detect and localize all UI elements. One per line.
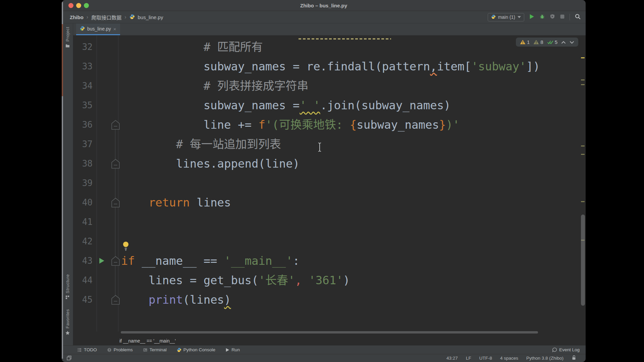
warning-stripe-mark[interactable] [581, 57, 585, 58]
sidebar-item-structure[interactable]: Structure [62, 274, 73, 300]
toolwindow-run[interactable]: Run [225, 347, 240, 352]
debug-button[interactable] [539, 14, 545, 21]
line-number[interactable]: 34 [73, 81, 97, 91]
gutter-annotation[interactable] [97, 257, 107, 264]
caret-position[interactable]: 43:27 [446, 356, 458, 361]
code-line-39[interactable]: 39 [73, 173, 580, 193]
indent-setting[interactable]: 4 spaces [500, 356, 518, 361]
line-number[interactable]: 42 [73, 236, 97, 246]
code-line-45[interactable]: 45 print(lines) [73, 290, 580, 309]
code-line-34[interactable]: 34 # 列表拼接成字符串 [73, 76, 580, 96]
breadcrumb-file[interactable]: bus_line.py [138, 14, 163, 20]
breadcrumb: Zhibo › 爬取接口数据 › bus_line.py [62, 14, 163, 21]
code-line-33[interactable]: 33 subway_names = re.findall(pattern,ite… [73, 57, 580, 76]
file-encoding[interactable]: UTF-8 [479, 356, 492, 361]
editor-lines: 32 # 匹配所有33 subway_names = re.findall(pa… [73, 37, 580, 309]
gutter-fold-zone [107, 173, 118, 193]
line-number[interactable]: 36 [73, 120, 97, 130]
python-logo-icon [491, 14, 496, 20]
line-number[interactable]: 41 [73, 217, 97, 227]
warning-stripe-mark[interactable] [581, 84, 585, 85]
minimize-window-button[interactable] [76, 3, 81, 8]
line-number[interactable]: 43 [73, 256, 97, 266]
tab-close-icon[interactable]: × [113, 26, 116, 32]
status-bar: 43:27 LF UTF-8 4 spaces Python 3.8 (Zhib… [62, 354, 586, 362]
ok-indicator[interactable]: 5 [547, 39, 557, 45]
python-file-icon [80, 26, 85, 32]
sidebar-item-favorites[interactable]: Favorites [62, 309, 73, 337]
interpreter[interactable]: Python 3.8 (Zhibo) [526, 356, 564, 361]
weak-warning-triangle-icon [533, 40, 539, 45]
line-number[interactable]: 33 [73, 61, 97, 71]
line-number[interactable]: 38 [73, 159, 97, 169]
previous-problem-chevron-icon[interactable] [561, 39, 566, 45]
code-text: if __name__ == '__main__': [118, 251, 300, 270]
search-everywhere-icon[interactable] [575, 13, 581, 21]
code-line-37[interactable]: 37 # 每一站追加到列表 [73, 134, 580, 154]
code-line-44[interactable]: 44 lines = get_bus('长春', '361') [73, 270, 580, 290]
code-line-41[interactable]: 41 [73, 212, 580, 232]
warning-stripe-mark[interactable] [581, 145, 585, 146]
toolwindow-problems[interactable]: Problems [107, 347, 133, 352]
folder-icon [65, 44, 70, 49]
event-log-button[interactable]: Event Log [552, 347, 580, 352]
warning-stripe-mark[interactable] [581, 79, 585, 80]
code-line-42[interactable]: 42 [73, 232, 580, 251]
vertical-scrollbar[interactable] [581, 215, 585, 306]
breadcrumb-folder[interactable]: 爬取接口数据 [91, 14, 121, 21]
code-line-38[interactable]: 38 lines.append(line) [73, 154, 580, 173]
toolwindow-terminal[interactable]: Terminal [143, 347, 167, 352]
line-number[interactable]: 39 [73, 178, 97, 188]
line-number[interactable]: 45 [73, 295, 97, 305]
code-line-40[interactable]: 40 return lines [73, 193, 580, 212]
lock-icon[interactable] [572, 355, 576, 361]
tool-window-stripe: Project Structure Favorites [62, 23, 73, 345]
intention-bulb-icon[interactable] [122, 241, 129, 252]
zoom-window-button[interactable] [84, 3, 89, 8]
sidebar-item-project[interactable]: Project [62, 27, 73, 49]
warning-indicator[interactable]: 8 [533, 39, 543, 45]
code-line-36[interactable]: 36 line += f'(可换乘地铁: {subway_names})' [73, 115, 580, 134]
window-edge-accent [62, 24, 63, 96]
stop-button[interactable] [560, 14, 565, 20]
run-button[interactable] [529, 14, 535, 21]
inspections-widget[interactable]: 1 8 5 [516, 38, 578, 47]
run-configuration-selector[interactable]: main (1) [488, 13, 524, 21]
line-number[interactable]: 35 [73, 100, 97, 110]
line-number[interactable]: 32 [73, 42, 97, 52]
warning-stripe-mark[interactable] [581, 154, 585, 155]
warning-stripe-mark[interactable] [581, 201, 585, 202]
tool-window-bar: TODO Problems Terminal Python Console Ru… [62, 345, 586, 354]
window-title: Zhibo – bus_line.py [62, 3, 586, 8]
line-number[interactable]: 44 [73, 275, 97, 285]
toolwindow-todo[interactable]: TODO [77, 347, 97, 352]
gutter-fold-zone [107, 270, 118, 290]
code-line-35[interactable]: 35 subway_names =' '.join(subway_names) [73, 96, 580, 115]
close-window-button[interactable] [68, 3, 73, 8]
gutter-fold-zone[interactable] [107, 251, 118, 270]
code-editor[interactable]: 32 # 匹配所有33 subway_names = re.findall(pa… [73, 36, 586, 336]
next-problem-chevron-icon[interactable] [570, 39, 574, 45]
code-line-32[interactable]: 32 # 匹配所有 [73, 37, 580, 57]
pycharm-window: Zhibo – bus_line.py Zhibo › 爬取接口数据 › bus… [62, 0, 586, 362]
breadcrumb-project[interactable]: Zhibo [70, 14, 84, 20]
gutter-fold-zone[interactable] [107, 115, 118, 134]
toggle-toolwindow-bars-icon[interactable] [66, 355, 72, 362]
gutter-fold-zone[interactable] [107, 193, 118, 212]
error-indicator[interactable]: 1 [520, 39, 530, 45]
gutter-fold-zone[interactable] [107, 154, 118, 173]
breadcrumb-scope[interactable]: if __name__ == '__main__' [119, 338, 176, 344]
line-number[interactable]: 37 [73, 139, 97, 149]
gutter-fold-zone[interactable] [107, 290, 118, 309]
code-line-43[interactable]: 43if __name__ == '__main__': [73, 251, 580, 270]
run-with-coverage-button[interactable] [550, 14, 555, 20]
line-number[interactable]: 40 [73, 197, 97, 207]
toolwindow-python-console[interactable]: Python Console [177, 347, 215, 352]
title-bar[interactable]: Zhibo – bus_line.py [62, 0, 586, 11]
chevron-down-icon [518, 16, 521, 18]
gutter-fold-zone [107, 134, 118, 154]
breadcrumb-separator-icon: › [124, 14, 126, 20]
tab-bus-line-py[interactable]: bus_line.py × [76, 23, 120, 35]
line-ending[interactable]: LF [466, 356, 471, 361]
horizontal-scrollbar[interactable] [121, 331, 538, 334]
